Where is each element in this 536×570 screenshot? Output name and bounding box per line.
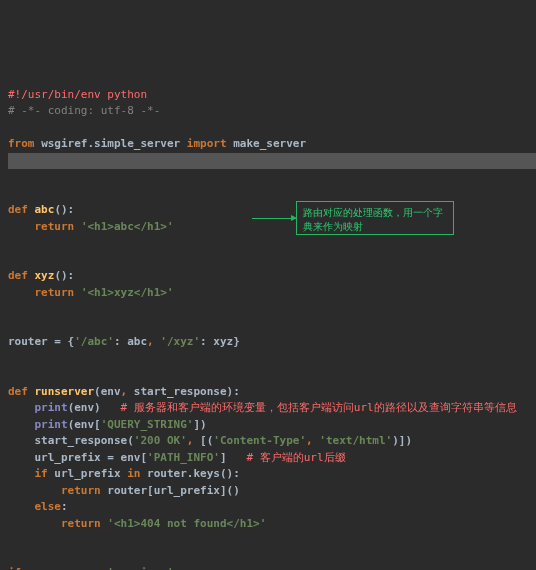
router-val-abc: : abc xyxy=(114,335,147,348)
import-name: make_server xyxy=(233,137,306,150)
highlighted-blank-line xyxy=(8,153,536,170)
from-kw: from xyxy=(8,137,35,150)
in-kw: in xyxy=(127,467,140,480)
main-string: '__main__' xyxy=(107,566,173,570)
module-path: wsgiref.simple_server xyxy=(41,137,180,150)
fn-xyz: xyz xyxy=(35,269,55,282)
import-kw: import xyxy=(187,137,227,150)
shebang-line: #!/usr/bin/env python xyxy=(8,88,147,101)
coding-line: # -*- coding: utf-8 -*- xyxy=(8,104,160,117)
if-kw: if xyxy=(8,566,21,570)
def-kw: def xyxy=(8,385,28,398)
if-cond-b: router.keys(): xyxy=(140,467,239,480)
qs-key: 'QUERY_STRING' xyxy=(101,418,194,431)
env-comment: # 服务器和客户端的环境变量，包括客户端访问url的路径以及查询字符串等信息 xyxy=(121,401,517,414)
qs-arg-open: (env[ xyxy=(68,418,101,431)
router-call: router[url_prefix]() xyxy=(101,484,240,497)
if-kw: if xyxy=(35,467,48,480)
return-kw: return xyxy=(61,484,101,497)
qs-arg-close: ]) xyxy=(193,418,206,431)
router-var: router = { xyxy=(8,335,74,348)
ct-key: 'Content-Type' xyxy=(213,434,306,447)
fn-abc: abc xyxy=(35,203,55,216)
def-kw: def xyxy=(8,203,28,216)
ct-list-open: [( xyxy=(200,434,213,447)
start-response-call: start_response( xyxy=(35,434,134,447)
ct-close: )]) xyxy=(392,434,412,447)
runserver-args-open: (env xyxy=(94,385,121,398)
code-block: #!/usr/bin/env python # -*- coding: utf-… xyxy=(8,70,536,570)
abc-string: '<h1>abc</h1>' xyxy=(81,220,174,233)
pathinfo-str: 'PATH_INFO' xyxy=(147,451,220,464)
str-404: '<h1>404 not found</h1>' xyxy=(107,517,266,530)
env-arg: (env) xyxy=(68,401,121,414)
router-key-xyz: '/xyz' xyxy=(160,335,200,348)
router-val-xyz: : xyz} xyxy=(200,335,240,348)
router-key-abc: '/abc' xyxy=(74,335,114,348)
ok-string: '200 OK' xyxy=(134,434,187,447)
name-var: __name__ == xyxy=(21,566,107,570)
print-builtin: print xyxy=(35,401,68,414)
runserver-args-close: start_response): xyxy=(134,385,240,398)
fn-runserver: runserver xyxy=(35,385,95,398)
return-kw: return xyxy=(61,517,101,530)
def-kw: def xyxy=(8,269,28,282)
ct-val: 'text/html' xyxy=(319,434,392,447)
callout-box: 路由对应的处理函数，用一个字典来作为映射 xyxy=(296,201,454,235)
urlprefix-close: ] xyxy=(220,451,247,464)
urlprefix-comment: # 客户端的url后缀 xyxy=(246,451,345,464)
return-kw: return xyxy=(35,220,75,233)
return-kw: return xyxy=(35,286,75,299)
else-kw: else xyxy=(35,500,62,513)
xyz-string: '<h1>xyz</h1>' xyxy=(81,286,174,299)
callout-text: 路由对应的处理函数，用一个字典来作为映射 xyxy=(303,207,443,232)
urlprefix-var: url_prefix = env[ xyxy=(35,451,148,464)
callout-arrow xyxy=(252,218,296,219)
if-cond-a: url_prefix xyxy=(48,467,127,480)
print-builtin: print xyxy=(35,418,68,431)
